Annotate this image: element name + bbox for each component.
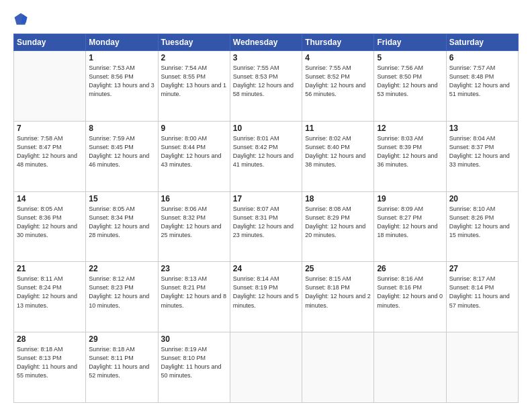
day-info: Sunrise: 7:55 AM Sunset: 8:53 PM Dayligh… — [233, 64, 299, 99]
day-number: 5 — [377, 53, 443, 62]
day-number: 27 — [449, 264, 515, 273]
calendar-cell: 19Sunrise: 8:09 AM Sunset: 8:27 PM Dayli… — [374, 191, 446, 262]
calendar-cell: 8Sunrise: 7:59 AM Sunset: 8:45 PM Daylig… — [86, 121, 158, 191]
calendar-cell: 13Sunrise: 8:04 AM Sunset: 8:37 PM Dayli… — [446, 121, 518, 191]
logo — [13, 12, 32, 27]
day-number: 3 — [233, 53, 299, 62]
day-number: 14 — [17, 194, 83, 203]
day-number: 7 — [17, 124, 83, 133]
day-number: 2 — [161, 53, 227, 62]
calendar-cell: 1Sunrise: 7:53 AM Sunset: 8:56 PM Daylig… — [86, 51, 158, 122]
day-number: 22 — [89, 264, 154, 273]
day-info: Sunrise: 8:18 AM Sunset: 8:13 PM Dayligh… — [17, 345, 83, 380]
calendar-week-row: 14Sunrise: 8:05 AM Sunset: 8:36 PM Dayli… — [14, 191, 519, 262]
calendar-cell: 25Sunrise: 8:15 AM Sunset: 8:18 PM Dayli… — [302, 262, 374, 332]
day-info: Sunrise: 8:10 AM Sunset: 8:26 PM Dayligh… — [449, 205, 515, 240]
calendar-cell — [446, 332, 518, 403]
day-number: 29 — [89, 334, 154, 344]
day-number: 15 — [89, 194, 154, 203]
day-number: 18 — [305, 194, 371, 203]
weekday-header: Friday — [374, 34, 446, 51]
day-info: Sunrise: 8:17 AM Sunset: 8:14 PM Dayligh… — [449, 275, 515, 310]
day-info: Sunrise: 8:09 AM Sunset: 8:27 PM Dayligh… — [377, 205, 443, 240]
day-info: Sunrise: 7:54 AM Sunset: 8:55 PM Dayligh… — [161, 64, 227, 99]
day-info: Sunrise: 7:58 AM Sunset: 8:47 PM Dayligh… — [17, 134, 83, 169]
day-number: 12 — [377, 124, 443, 133]
header — [13, 12, 519, 27]
calendar-cell: 7Sunrise: 7:58 AM Sunset: 8:47 PM Daylig… — [14, 121, 86, 191]
calendar-cell — [14, 51, 86, 122]
day-info: Sunrise: 8:11 AM Sunset: 8:24 PM Dayligh… — [17, 275, 83, 310]
day-info: Sunrise: 7:53 AM Sunset: 8:56 PM Dayligh… — [89, 64, 154, 99]
calendar-cell: 24Sunrise: 8:14 AM Sunset: 8:19 PM Dayli… — [230, 262, 302, 332]
weekday-header: Thursday — [302, 34, 374, 51]
day-info: Sunrise: 8:15 AM Sunset: 8:18 PM Dayligh… — [305, 275, 371, 310]
day-info: Sunrise: 8:01 AM Sunset: 8:42 PM Dayligh… — [233, 134, 299, 169]
day-number: 20 — [449, 194, 515, 203]
calendar-table: SundayMondayTuesdayWednesdayThursdayFrid… — [13, 34, 519, 403]
calendar-cell: 22Sunrise: 8:12 AM Sunset: 8:23 PM Dayli… — [86, 262, 158, 332]
day-info: Sunrise: 8:16 AM Sunset: 8:16 PM Dayligh… — [377, 275, 443, 310]
day-info: Sunrise: 8:13 AM Sunset: 8:21 PM Dayligh… — [161, 275, 227, 310]
day-number: 6 — [449, 53, 515, 62]
calendar-body: 1Sunrise: 7:53 AM Sunset: 8:56 PM Daylig… — [14, 51, 519, 403]
calendar-week-row: 21Sunrise: 8:11 AM Sunset: 8:24 PM Dayli… — [14, 262, 519, 332]
calendar-cell: 23Sunrise: 8:13 AM Sunset: 8:21 PM Dayli… — [158, 262, 230, 332]
calendar-cell: 28Sunrise: 8:18 AM Sunset: 8:13 PM Dayli… — [14, 332, 86, 403]
calendar-cell: 15Sunrise: 8:05 AM Sunset: 8:34 PM Dayli… — [86, 191, 158, 262]
day-info: Sunrise: 7:59 AM Sunset: 8:45 PM Dayligh… — [89, 134, 154, 169]
day-number: 19 — [377, 194, 443, 203]
page: SundayMondayTuesdayWednesdayThursdayFrid… — [0, 0, 532, 411]
day-info: Sunrise: 8:14 AM Sunset: 8:19 PM Dayligh… — [233, 275, 299, 310]
day-info: Sunrise: 7:57 AM Sunset: 8:48 PM Dayligh… — [449, 64, 515, 99]
day-info: Sunrise: 7:56 AM Sunset: 8:50 PM Dayligh… — [377, 64, 443, 99]
calendar-cell — [230, 332, 302, 403]
day-info: Sunrise: 8:02 AM Sunset: 8:40 PM Dayligh… — [305, 134, 371, 169]
day-info: Sunrise: 8:00 AM Sunset: 8:44 PM Dayligh… — [161, 134, 227, 169]
day-number: 28 — [17, 334, 83, 344]
logo-icon — [13, 12, 28, 27]
day-number: 4 — [305, 53, 371, 62]
day-info: Sunrise: 8:03 AM Sunset: 8:39 PM Dayligh… — [377, 134, 443, 169]
calendar-week-row: 1Sunrise: 7:53 AM Sunset: 8:56 PM Daylig… — [14, 51, 519, 122]
day-info: Sunrise: 8:04 AM Sunset: 8:37 PM Dayligh… — [449, 134, 515, 169]
calendar-cell: 29Sunrise: 8:18 AM Sunset: 8:11 PM Dayli… — [86, 332, 158, 403]
day-number: 26 — [377, 264, 443, 273]
day-info: Sunrise: 8:08 AM Sunset: 8:29 PM Dayligh… — [305, 205, 371, 240]
calendar-cell: 6Sunrise: 7:57 AM Sunset: 8:48 PM Daylig… — [446, 51, 518, 122]
calendar-cell: 16Sunrise: 8:06 AM Sunset: 8:32 PM Dayli… — [158, 191, 230, 262]
calendar-cell: 9Sunrise: 8:00 AM Sunset: 8:44 PM Daylig… — [158, 121, 230, 191]
calendar-cell: 21Sunrise: 8:11 AM Sunset: 8:24 PM Dayli… — [14, 262, 86, 332]
calendar-cell: 12Sunrise: 8:03 AM Sunset: 8:39 PM Dayli… — [374, 121, 446, 191]
day-info: Sunrise: 8:06 AM Sunset: 8:32 PM Dayligh… — [161, 205, 227, 240]
day-number: 10 — [233, 124, 299, 133]
weekday-header: Saturday — [446, 34, 518, 51]
calendar-cell: 18Sunrise: 8:08 AM Sunset: 8:29 PM Dayli… — [302, 191, 374, 262]
weekday-header: Monday — [86, 34, 158, 51]
calendar-cell: 10Sunrise: 8:01 AM Sunset: 8:42 PM Dayli… — [230, 121, 302, 191]
calendar-cell: 17Sunrise: 8:07 AM Sunset: 8:31 PM Dayli… — [230, 191, 302, 262]
day-number: 11 — [305, 124, 371, 133]
calendar-week-row: 28Sunrise: 8:18 AM Sunset: 8:13 PM Dayli… — [14, 332, 519, 403]
day-info: Sunrise: 8:05 AM Sunset: 8:34 PM Dayligh… — [89, 205, 154, 240]
day-number: 30 — [161, 334, 227, 344]
calendar-cell — [374, 332, 446, 403]
day-number: 16 — [161, 194, 227, 203]
calendar-cell: 4Sunrise: 7:55 AM Sunset: 8:52 PM Daylig… — [302, 51, 374, 122]
day-number: 17 — [233, 194, 299, 203]
day-info: Sunrise: 8:19 AM Sunset: 8:10 PM Dayligh… — [161, 345, 227, 380]
day-info: Sunrise: 8:05 AM Sunset: 8:36 PM Dayligh… — [17, 205, 83, 240]
day-info: Sunrise: 8:18 AM Sunset: 8:11 PM Dayligh… — [89, 345, 154, 380]
weekday-header: Tuesday — [158, 34, 230, 51]
calendar-cell — [302, 332, 374, 403]
day-number: 25 — [305, 264, 371, 273]
header-row: SundayMondayTuesdayWednesdayThursdayFrid… — [14, 34, 519, 51]
day-number: 13 — [449, 124, 515, 133]
calendar-cell: 20Sunrise: 8:10 AM Sunset: 8:26 PM Dayli… — [446, 191, 518, 262]
weekday-header: Wednesday — [230, 34, 302, 51]
calendar-week-row: 7Sunrise: 7:58 AM Sunset: 8:47 PM Daylig… — [14, 121, 519, 191]
day-number: 1 — [89, 53, 154, 62]
calendar-cell: 27Sunrise: 8:17 AM Sunset: 8:14 PM Dayli… — [446, 262, 518, 332]
day-number: 23 — [161, 264, 227, 273]
day-number: 9 — [161, 124, 227, 133]
